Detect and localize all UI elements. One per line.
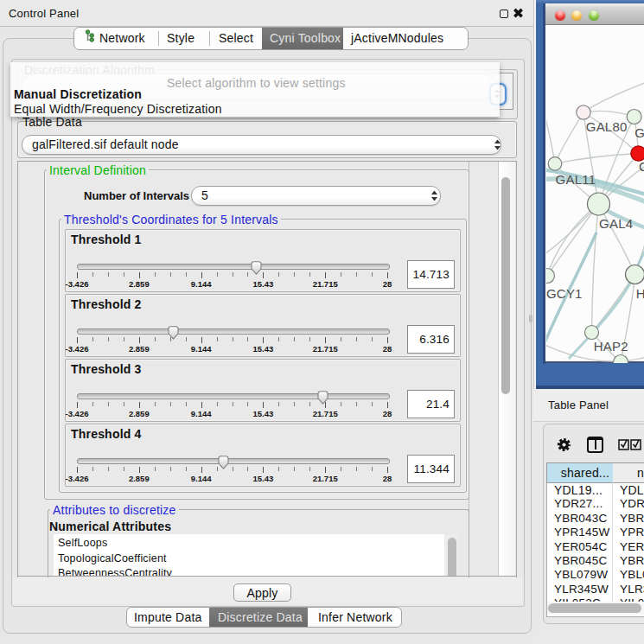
svg-text:GCY1: GCY1	[546, 286, 583, 301]
svg-text:GAL80: GAL80	[586, 119, 628, 134]
svg-text:H: H	[636, 286, 644, 301]
svg-text:HAP2: HAP2	[594, 339, 628, 354]
svg-text:C: C	[639, 159, 644, 174]
svg-text:GAL11: GAL11	[556, 172, 596, 187]
svg-text:GA: GA	[634, 125, 644, 140]
svg-text:GAL4: GAL4	[599, 216, 633, 231]
